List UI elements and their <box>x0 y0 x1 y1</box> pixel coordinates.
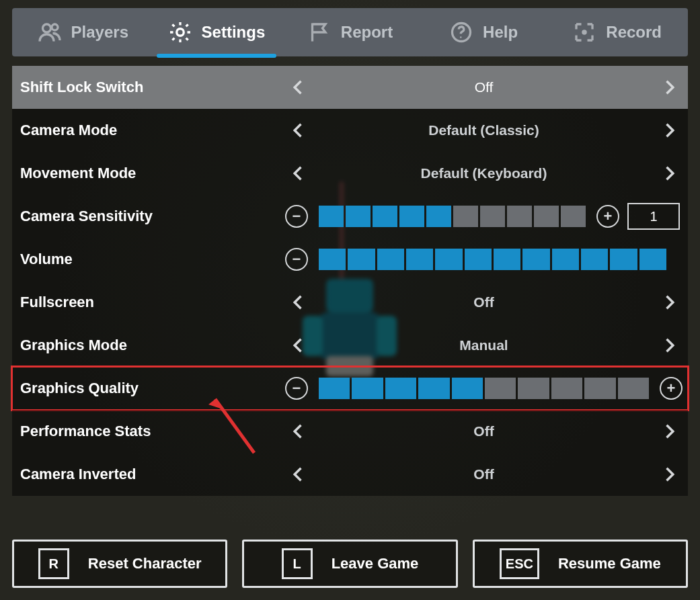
sensitivity-input[interactable] <box>627 203 680 230</box>
prev-option-button[interactable] <box>285 461 312 488</box>
row-value: Off <box>312 294 656 310</box>
slider-segment[interactable] <box>352 378 383 399</box>
tab-players[interactable]: Players <box>17 8 149 56</box>
decrease-button[interactable]: − <box>285 248 308 271</box>
tab-label: Report <box>341 23 393 42</box>
slider-segment[interactable] <box>346 206 371 227</box>
row-label: Movement Mode <box>16 165 285 182</box>
prev-option-button[interactable] <box>285 74 312 101</box>
button-label: Leave Game <box>332 555 419 572</box>
record-icon <box>572 20 596 44</box>
next-option-button[interactable] <box>656 289 683 316</box>
help-icon <box>449 20 473 44</box>
svg-point-0 <box>42 24 50 32</box>
slider-segment[interactable] <box>561 206 586 227</box>
next-option-button[interactable] <box>656 461 683 488</box>
slider-segment[interactable] <box>435 249 462 270</box>
slider-segment[interactable] <box>522 249 549 270</box>
slider-segment[interactable] <box>385 378 416 399</box>
row-graphics-mode: Graphics Mode Manual <box>12 324 688 367</box>
button-label: Reset Character <box>88 555 202 572</box>
next-option-button[interactable] <box>656 418 683 445</box>
tab-label: Settings <box>202 23 266 42</box>
tab-label: Record <box>606 23 662 42</box>
players-icon <box>38 20 62 44</box>
next-option-button[interactable] <box>656 160 683 187</box>
row-label: Volume <box>16 251 285 268</box>
keycap: R <box>38 548 69 579</box>
tab-help[interactable]: Help <box>418 8 549 56</box>
svg-point-1 <box>52 24 58 30</box>
row-value: Manual <box>312 337 656 353</box>
row-camera-inverted: Camera Inverted Off <box>12 453 688 496</box>
decrease-button[interactable]: − <box>285 205 308 228</box>
tab-record[interactable]: Record <box>551 8 683 56</box>
slider-segment[interactable] <box>639 249 666 270</box>
slider-segment[interactable] <box>452 378 483 399</box>
graphics-quality-slider[interactable] <box>319 378 649 399</box>
row-fullscreen: Fullscreen Off <box>12 281 688 324</box>
slider-segment[interactable] <box>465 249 492 270</box>
svg-point-4 <box>460 36 461 38</box>
slider-segment[interactable] <box>485 378 516 399</box>
increase-button[interactable]: + <box>596 205 619 228</box>
slider-segment[interactable] <box>518 378 549 399</box>
next-option-button[interactable] <box>656 117 683 144</box>
row-camera-mode: Camera Mode Default (Classic) <box>12 109 688 152</box>
slider-segment[interactable] <box>348 249 375 270</box>
row-movement-mode: Movement Mode Default (Keyboard) <box>12 152 688 195</box>
keycap: ESC <box>500 548 539 579</box>
prev-option-button[interactable] <box>285 418 312 445</box>
tab-report[interactable]: Report <box>284 8 416 56</box>
prev-option-button[interactable] <box>285 160 312 187</box>
slider-segment[interactable] <box>319 249 346 270</box>
slider-segment[interactable] <box>480 206 505 227</box>
next-option-button[interactable] <box>656 332 683 359</box>
settings-list: Shift Lock Switch Off Camera Mode Defaul… <box>12 66 688 496</box>
slider-segment[interactable] <box>406 249 433 270</box>
row-label: Shift Lock Switch <box>16 79 285 96</box>
slider-segment[interactable] <box>618 378 649 399</box>
slider-segment[interactable] <box>610 249 637 270</box>
prev-option-button[interactable] <box>285 289 312 316</box>
slider-segment[interactable] <box>418 378 449 399</box>
keycap: L <box>282 548 313 579</box>
slider-segment[interactable] <box>581 249 608 270</box>
slider-segment[interactable] <box>494 249 520 270</box>
slider-segment[interactable] <box>399 206 424 227</box>
volume-slider[interactable] <box>319 249 666 270</box>
button-label: Resume Game <box>558 555 661 572</box>
resume-game-button[interactable]: ESC Resume Game <box>473 540 688 588</box>
prev-option-button[interactable] <box>285 332 312 359</box>
row-value: Default (Classic) <box>312 122 656 138</box>
slider-segment[interactable] <box>377 249 404 270</box>
prev-option-button[interactable] <box>285 117 312 144</box>
reset-character-button[interactable]: R Reset Character <box>12 540 227 588</box>
tab-bar: Players Settings Report Help Record <box>12 8 688 56</box>
slider-segment[interactable] <box>507 206 532 227</box>
slider-segment[interactable] <box>426 206 451 227</box>
slider-segment[interactable] <box>551 378 582 399</box>
next-option-button[interactable] <box>656 74 683 101</box>
slider-segment[interactable] <box>552 249 579 270</box>
row-label: Graphics Mode <box>16 337 285 354</box>
decrease-button[interactable]: − <box>285 377 308 400</box>
menu-overlay: Players Settings Report Help Record Shif… <box>0 0 700 600</box>
slider-segment[interactable] <box>453 206 478 227</box>
slider-segment[interactable] <box>319 206 344 227</box>
row-label: Camera Mode <box>16 122 285 139</box>
slider-segment[interactable] <box>584 378 615 399</box>
slider-segment[interactable] <box>373 206 397 227</box>
gear-icon <box>168 20 192 44</box>
svg-point-2 <box>176 29 184 36</box>
row-performance-stats: Performance Stats Off <box>12 410 688 453</box>
slider-segment[interactable] <box>319 378 350 399</box>
increase-button[interactable]: + <box>660 377 683 400</box>
leave-game-button[interactable]: L Leave Game <box>242 540 457 588</box>
tab-label: Help <box>483 23 518 42</box>
row-label: Fullscreen <box>16 294 285 311</box>
tab-settings[interactable]: Settings <box>151 8 282 56</box>
sensitivity-slider[interactable] <box>319 206 586 227</box>
slider-segment[interactable] <box>534 206 559 227</box>
row-label: Camera Inverted <box>16 466 285 483</box>
